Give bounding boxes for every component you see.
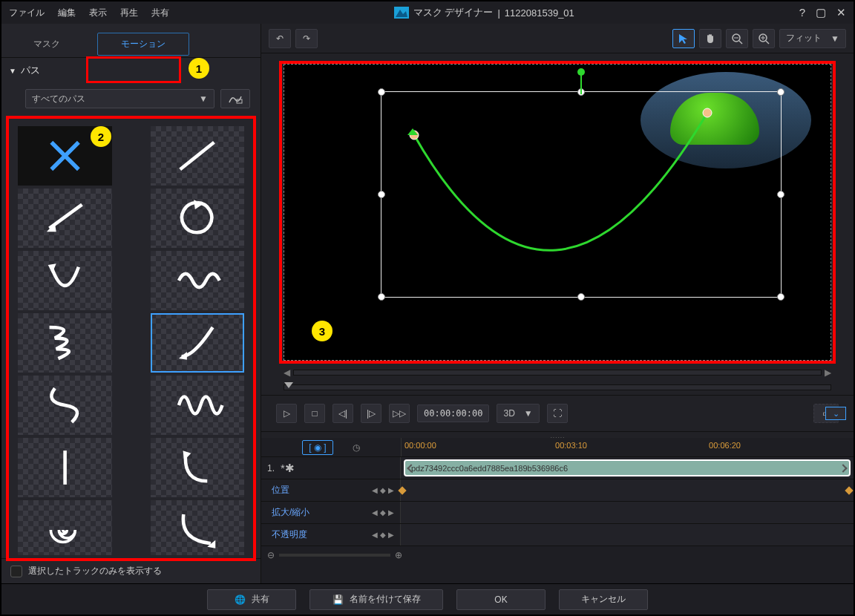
share-button[interactable]: 🌐共有	[207, 589, 296, 610]
ruler-tick-1: 00:03:10	[555, 441, 587, 450]
path-filter-dropdown[interactable]: すべてのパス ▼	[25, 89, 214, 108]
path-thumb-arc[interactable]	[151, 500, 245, 555]
track-lane[interactable]: pdz73492ccc0a6edd7885ea189b536986c6	[401, 457, 854, 479]
keyframe-nav[interactable]: ◀ ◆ ▶	[372, 531, 394, 539]
svg-line-12	[766, 41, 769, 44]
handle-mr[interactable]	[777, 191, 784, 198]
prev-frame-button[interactable]: ◁|	[332, 404, 353, 423]
tab-mask[interactable]: マスク	[1, 33, 93, 55]
preview-canvas[interactable]	[284, 64, 831, 361]
save-as-button[interactable]: 💾名前を付けて保存	[309, 589, 443, 610]
handle-tr[interactable]	[777, 88, 784, 96]
menu-edit[interactable]: 編集	[58, 7, 76, 19]
app-title: マスク デザイナー	[413, 6, 494, 19]
menu-share[interactable]: 共有	[151, 7, 169, 19]
keyframe-mode-button[interactable]: [ ◉ ]	[302, 440, 333, 455]
fullscreen-button[interactable]: ⛶	[547, 404, 568, 423]
scroll-left-icon[interactable]: ◀	[284, 367, 290, 378]
chevron-down-icon: ▼	[524, 408, 533, 419]
prop-position[interactable]: 位置◀ ◆ ▶	[261, 479, 401, 501]
section-path-header[interactable]: ▼ パス	[1, 58, 261, 83]
zoom-in-icon[interactable]: ⊕	[395, 550, 402, 560]
scroll-right-icon[interactable]: ▶	[825, 367, 831, 378]
path-thumb-wave[interactable]	[151, 251, 245, 310]
show-selected-label: 選択したトラックのみを表示する	[28, 565, 162, 577]
undo-button[interactable]: ↶	[269, 29, 291, 48]
path-thumb-line[interactable]	[151, 126, 245, 186]
redo-button[interactable]: ↷	[295, 29, 318, 48]
zoom-fit-dropdown[interactable]: フィット▼	[779, 29, 846, 48]
save-as-label: 名前を付けて保存	[350, 593, 421, 606]
timeline-zoom-slider[interactable]	[279, 554, 390, 557]
handle-bc[interactable]	[577, 293, 585, 301]
handle-br[interactable]	[777, 293, 784, 301]
close-icon[interactable]: ✕	[836, 6, 846, 19]
svg-marker-2	[47, 223, 56, 232]
stopwatch-icon[interactable]: ◷	[353, 442, 360, 453]
zoom-out-button[interactable]	[726, 29, 748, 48]
keyframe-nav[interactable]: ◀ ◆ ▶	[372, 486, 394, 494]
selection-box[interactable]	[381, 91, 782, 298]
next-frame-button[interactable]: |▷	[361, 404, 381, 423]
path-thumb-ww[interactable]	[151, 376, 245, 435]
scale-lane[interactable]	[401, 502, 854, 523]
path-thumb-u[interactable]	[18, 251, 112, 310]
show-selected-checkbox[interactable]	[10, 566, 22, 577]
doc-title: 1122081539_01	[505, 7, 574, 19]
path-save-button[interactable]	[220, 89, 250, 108]
share-label: 共有	[252, 593, 269, 606]
prop-opacity[interactable]: 不透明度◀ ◆ ▶	[261, 524, 401, 545]
handle-tc[interactable]	[577, 88, 585, 96]
zoom-in-button[interactable]	[753, 29, 775, 48]
clip[interactable]: pdz73492ccc0a6edd7885ea189b536986c6	[404, 459, 851, 476]
menu-play[interactable]: 再生	[120, 7, 138, 19]
title-sep: |	[497, 7, 499, 19]
handle-bl[interactable]	[378, 293, 385, 301]
handle-tl[interactable]	[378, 88, 385, 96]
h-scrollbar[interactable]	[293, 370, 822, 376]
move-tool-button[interactable]	[672, 29, 695, 48]
path-thumb-ease[interactable]	[151, 313, 245, 373]
track-header[interactable]: 1. *✱	[261, 457, 401, 479]
keyframe-nav[interactable]: ◀ ◆ ▶	[372, 508, 394, 517]
prop-position-label: 位置	[272, 484, 289, 497]
collapse-panel-button[interactable]: ⌄	[825, 407, 846, 420]
maximize-icon[interactable]: ▢	[816, 6, 826, 19]
app-logo-icon	[394, 7, 409, 19]
timeline-ruler[interactable]: 00:00:00 00:03:10 00:06:20	[401, 438, 854, 456]
path-thumb-arrow[interactable]	[18, 189, 112, 248]
ruler-tick-2: 00:06:20	[709, 441, 741, 450]
svg-marker-5	[179, 352, 187, 360]
opacity-lane[interactable]	[401, 524, 854, 545]
path-thumb-circ[interactable]	[151, 189, 245, 248]
timecode-display[interactable]: 00:00:00:00	[417, 404, 489, 422]
annotation-badge-2: 2	[91, 126, 111, 147]
play-button[interactable]: ▷	[276, 404, 297, 423]
prop-scale[interactable]: 拡大/縮小◀ ◆ ▶	[261, 502, 401, 523]
track-name: *✱	[281, 462, 295, 475]
zoom-fit-label: フィット	[786, 32, 822, 45]
ok-button[interactable]: OK	[456, 589, 546, 610]
path-thumb-s[interactable]	[18, 376, 112, 435]
cancel-button[interactable]: キャンセル	[559, 589, 648, 610]
tab-motion[interactable]: モーション	[97, 33, 190, 56]
stop-button[interactable]: □	[304, 404, 325, 423]
zoom-out-icon[interactable]: ⊖	[267, 550, 275, 560]
prop-opacity-label: 不透明度	[272, 528, 307, 541]
preview-time-slider[interactable]	[284, 384, 831, 390]
handle-ml[interactable]	[378, 191, 385, 198]
path-thumb-zig[interactable]	[18, 313, 112, 373]
path-thumb-spiral[interactable]	[18, 500, 112, 555]
3d-mode-dropdown[interactable]: 3D▼	[497, 404, 539, 423]
menu-view[interactable]: 表示	[89, 7, 107, 19]
fast-forward-button[interactable]: ▷▷	[389, 404, 410, 423]
position-lane[interactable]	[401, 479, 854, 501]
path-thumb-hook[interactable]	[151, 438, 245, 497]
path-thumb-vert[interactable]	[18, 438, 112, 497]
chevron-down-icon: ▼	[831, 33, 839, 44]
menu-file[interactable]: ファイル	[9, 7, 45, 19]
hand-tool-button[interactable]	[699, 29, 721, 48]
save-icon: 💾	[332, 594, 344, 605]
svg-point-16	[577, 68, 585, 76]
help-icon[interactable]: ?	[799, 6, 805, 19]
